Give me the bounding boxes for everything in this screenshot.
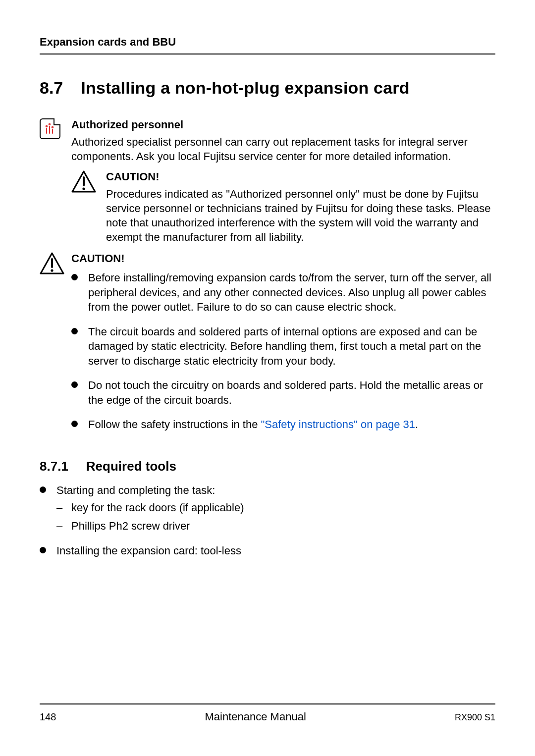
caution2-item: Before installing/removing expansion car… <box>71 270 495 314</box>
page-footer: 148 Maintenance Manual RX900 S1 <box>40 703 495 723</box>
caution2-link-tail: . <box>415 418 418 431</box>
footer-title: Maintenance Manual <box>205 710 306 723</box>
tools-item: Starting and completing the task: key fo… <box>40 483 495 534</box>
svg-point-0 <box>46 126 48 127</box>
caution2-list: Before installing/removing expansion car… <box>71 270 495 432</box>
authorized-block: Authorized personnel Authorized speciali… <box>40 117 495 247</box>
caution1-heading: CAUTION! <box>106 169 495 184</box>
caution2-heading: CAUTION! <box>71 251 495 266</box>
tools-item: Installing the expansion card: tool-less <box>40 543 495 558</box>
svg-point-5 <box>82 187 85 190</box>
subsection-number: 8.7.1 <box>40 459 68 474</box>
tools-subitem: key for the rack doors (if applicable) <box>56 500 495 515</box>
caution-block-1: CAUTION! Procedures indicated as "Author… <box>71 169 495 247</box>
tools-list: Starting and completing the task: key fo… <box>40 483 495 558</box>
svg-point-1 <box>49 124 51 125</box>
svg-point-8 <box>51 270 53 272</box>
caution-icon <box>71 169 100 247</box>
section-number: 8.7 <box>40 78 63 98</box>
info-icon <box>40 118 60 139</box>
caution-icon <box>40 251 64 441</box>
caution1-body: Procedures indicated as "Authorized pers… <box>106 187 495 244</box>
caution2-link-lead: Follow the safety instructions in the <box>88 418 261 431</box>
caution2-item: Do not touch the circuitry on boards and… <box>71 378 495 407</box>
authorized-body: Authorized specialist personnel can carr… <box>71 135 495 163</box>
subsection-title: Required tools <box>86 459 176 474</box>
section-heading: 8.7 Installing a non-hot-plug expansion … <box>40 78 495 98</box>
page-number: 148 <box>40 711 56 723</box>
footer-model: RX900 S1 <box>455 712 495 723</box>
tools-item-text: Starting and completing the task: <box>56 484 215 496</box>
caution-block-2: CAUTION! Before installing/removing expa… <box>40 251 495 441</box>
safety-instructions-link[interactable]: "Safety instructions" on page 31 <box>261 418 416 431</box>
caution2-item-link: Follow the safety instructions in the "S… <box>71 417 495 432</box>
tools-sublist: key for the rack doors (if applicable) P… <box>56 500 495 534</box>
running-header: Expansion cards and BBU <box>40 36 495 54</box>
subsection-heading: 8.7.1 Required tools <box>40 459 495 474</box>
section-title: Installing a non-hot-plug expansion card <box>81 78 409 98</box>
caution2-item: The circuit boards and soldered parts of… <box>71 324 495 368</box>
svg-point-2 <box>52 127 54 128</box>
authorized-heading: Authorized personnel <box>71 117 495 132</box>
tools-subitem: Phillips Ph2 screw driver <box>56 519 495 533</box>
